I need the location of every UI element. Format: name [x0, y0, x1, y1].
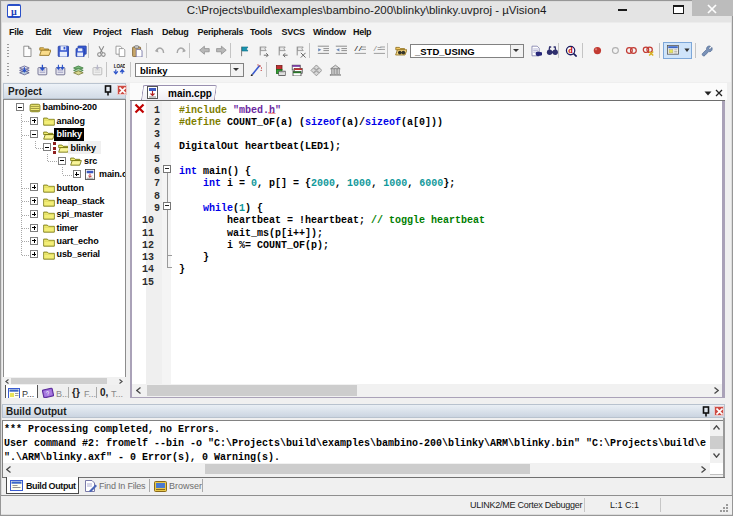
- svg-text:LOAD: LOAD: [113, 64, 125, 69]
- svg-text:d: d: [568, 46, 573, 55]
